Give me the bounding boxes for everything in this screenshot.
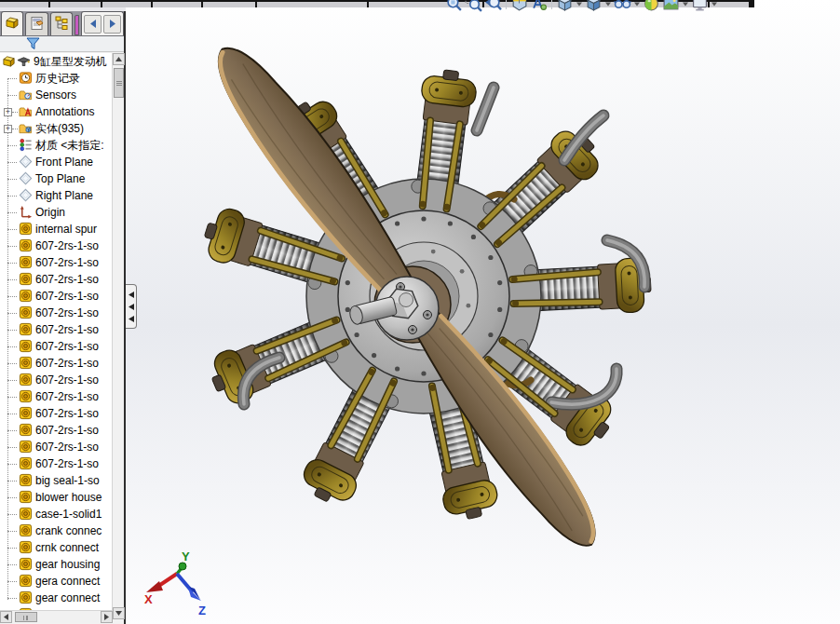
tree-item[interactable]: 607-2rs-1-so [0,405,114,422]
expand-plus-icon[interactable]: + [4,108,12,116]
dropdown-caret-icon[interactable] [604,0,612,12]
tab-scroll-left-button[interactable] [84,15,102,34]
tree-item[interactable]: big seal-1-so [0,472,114,489]
body-icon [19,222,33,236]
annotation-views-icon[interactable] [530,0,548,12]
case-bolt [448,221,453,225]
tree-horizontal-scrollbar[interactable] [0,610,113,623]
tree-item[interactable]: gera connect [0,573,114,590]
tree-item[interactable]: 607-2rs-1-so [0,321,114,338]
tree-item[interactable]: 607-2rs-1-so [0,237,114,254]
scroll-left-button[interactable] [0,611,12,623]
annotations-icon [19,104,33,118]
plane-icon [19,171,33,185]
tree-item[interactable]: 607-2rs-1-so [0,254,114,271]
case-bolt [372,353,376,358]
tree-item[interactable]: crank connec [0,522,114,539]
arrow-left-icon [90,20,96,28]
tree-item[interactable]: 607-2rs-1-so [0,355,114,372]
tree-item[interactable]: Origin [0,204,114,221]
arrow-up-icon [115,57,122,61]
tree-item[interactable]: 607-2rs-1-so [0,455,114,472]
filter-bar[interactable] [0,36,124,52]
tree-item[interactable]: +Annotations [0,103,114,120]
tree-item-label: 607-2rs-1-so [35,405,99,422]
featuremanager-icon [4,15,20,33]
dropdown-caret-icon[interactable] [633,0,641,12]
display-style-icon[interactable] [585,0,603,12]
tree-item[interactable]: +实体(935) [0,120,114,137]
case-bolt [345,307,350,312]
tree-item-label: 607-2rs-1-so [35,388,99,405]
section-view-icon[interactable] [510,0,528,12]
tree-item[interactable]: 607-2rs-1-so [0,271,114,288]
previous-view-icon[interactable] [484,0,502,12]
view-orientation-icon[interactable] [556,0,574,12]
tree-item[interactable]: 材质 <未指定: [0,137,114,154]
tree-item-label: 607-2rs-1-so [35,372,99,388]
edit-appearance-icon[interactable] [643,0,660,12]
tree-item[interactable]: internal spur [0,221,114,237]
horizontal-scroll-thumb[interactable] [15,612,37,622]
tree-item-label: 607-2rs-1-so [35,305,99,321]
dropdown-caret-icon[interactable] [711,0,718,12]
dropdown-caret-icon[interactable] [576,0,583,12]
tree-item[interactable]: 607-2rs-1-so [0,338,114,355]
tree-item[interactable]: 607-2rs-1-so [0,439,114,455]
tree-item[interactable]: Right Plane [0,187,114,204]
body-icon [19,440,33,454]
toolbar-segment [153,2,203,7]
zoom-to-area-icon[interactable] [465,0,482,12]
zoom-to-fit-icon[interactable] [445,0,463,12]
view-settings-icon[interactable] [691,0,709,12]
dropdown-caret-icon[interactable] [682,0,689,12]
tree-item-label: gear connect [35,590,100,606]
tree-item-label: 607-2rs-1-so [35,321,99,338]
tree-item[interactable]: 607-2rs-1-so [0,305,114,321]
tree-item[interactable]: 607-2rs-1-so [0,388,114,405]
tree-item[interactable]: 607-2rs-1-so [0,372,114,388]
tree-item[interactable]: 607-2rs-1-so [0,422,114,439]
tree-item-root[interactable]: 9缸星型发动机 [0,53,114,70]
tree-item-label: 607-2rs-1-so [35,422,99,439]
configurationmanager-tab[interactable] [50,12,73,35]
expand-plus-icon[interactable]: + [4,125,12,133]
featuremanager-tree-tab[interactable] [1,11,23,35]
propertymanager-tab[interactable] [25,12,47,35]
radial-engine-model [126,0,840,624]
tree-item[interactable]: blower house [0,489,114,506]
tree-item-label: 607-2rs-1-so [35,338,99,355]
apply-scene-icon[interactable] [662,0,680,12]
tree-vertical-scrollbar[interactable] [112,53,124,619]
plane-icon [19,155,33,169]
hide-show-items-icon[interactable] [614,0,631,12]
tab-scroll-right-button[interactable] [103,15,121,34]
view-heads-up-toolbar [445,0,743,12]
tree-item-label: internal spur [35,221,97,237]
body-icon [19,507,33,521]
tree-item[interactable]: case-1-solid1 [0,506,114,522]
tree-item[interactable]: 历史记录 [0,70,114,87]
triad-x-label: X [144,592,153,606]
graphics-area[interactable]: X Y Z [126,0,840,624]
body-icon [19,322,33,336]
scroll-down-button[interactable] [113,607,125,619]
resolved-part-icon [17,54,31,68]
tree-item[interactable]: Sensors [0,87,114,103]
tree-item[interactable]: gear housing [0,556,114,573]
vertical-scroll-thumb[interactable] [114,68,124,98]
body-icon [19,389,33,403]
panel-splitter-handle[interactable] [126,284,137,329]
tree-item[interactable]: 607-2rs-1-so [0,288,114,305]
scroll-up-button[interactable] [113,53,125,65]
tree-item[interactable]: crnk connect [0,539,114,556]
tree-item[interactable]: Front Plane [0,154,114,170]
dimxpertmanager-tab[interactable] [75,15,79,35]
scroll-right-button[interactable] [101,611,113,623]
tree-item[interactable]: Top Plane [0,170,114,187]
body-icon [19,523,33,537]
case-bolt [395,366,400,371]
panel-top-edge [0,7,126,11]
tree-item[interactable]: gear connect [0,590,114,606]
filter-funnel-icon[interactable] [26,37,40,50]
